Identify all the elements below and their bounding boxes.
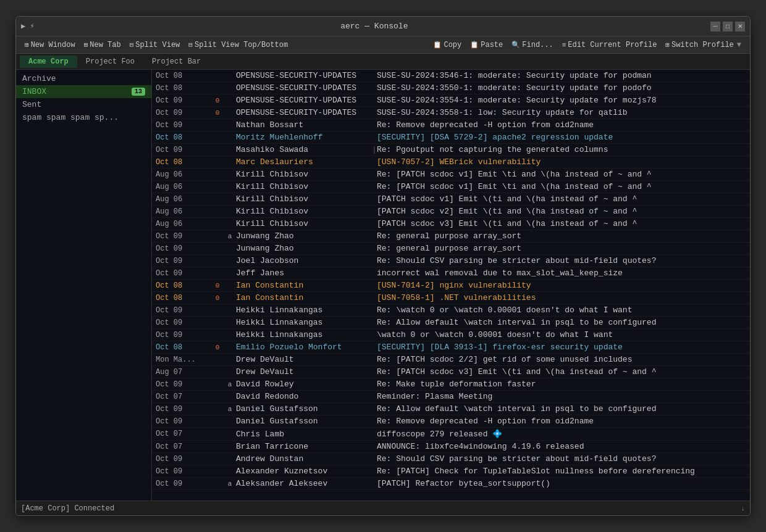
paste-icon: 📋 (470, 41, 479, 49)
sidebar-item-sent[interactable]: Sent (16, 98, 151, 111)
main-content: Archive INBOX 13 Sent spam spam spam sp.… (16, 70, 750, 501)
email-subject: SUSE-SU-2024:3558-1: low: Security updat… (377, 108, 746, 117)
email-subject: Re: Make tuple deformation faster (377, 380, 746, 389)
email-date: Oct 09 (156, 467, 211, 476)
email-row[interactable]: Oct 08 0 Ian Constantin [USN-7058-1] .NE… (152, 292, 750, 304)
email-row[interactable]: Oct 07 Brian Tarricone ANNOUNCE: libxfce… (152, 441, 750, 453)
window-controls: ─ □ ✕ (710, 22, 745, 31)
email-row[interactable]: Oct 08 OPENSUSE-SECURITY-UPDATES SUSE-SU… (152, 82, 750, 94)
email-row[interactable]: Oct 09 Joel Jacobson Re: Should CSV pars… (152, 255, 750, 267)
new-tab-menu[interactable]: ⊞ New Tab (80, 39, 125, 51)
email-date: Oct 09 (156, 405, 211, 414)
email-row[interactable]: Oct 09 Masahiko Sawada | Re: Pgoutput no… (152, 144, 750, 156)
email-sender: Drew DeVault (236, 367, 372, 376)
email-row[interactable]: Aug 06 Kirill Chibisov Re: [PATCH scdoc … (152, 168, 750, 181)
email-date: Oct 09 (156, 455, 211, 463)
email-date: Oct 09 (156, 232, 211, 241)
email-row[interactable]: Aug 06 Kirill Chibisov Re: [PATCH scdoc … (152, 181, 750, 193)
email-row[interactable]: Aug 06 Kirill Chibisov [PATCH scdoc v1] … (152, 193, 750, 206)
email-row[interactable]: Oct 09 Alexander Kuznetsov Re: [PATCH] C… (152, 465, 750, 478)
split-view-icon: ⊟ (130, 41, 134, 49)
email-subject: [PATCH scdoc v2] Emit \(ti and \(ha inst… (377, 207, 746, 216)
email-row[interactable]: Oct 09 Andrew Dunstan Re: Should CSV par… (152, 453, 750, 465)
email-row[interactable]: Oct 09 a David Rowley Re: Make tuple def… (152, 378, 750, 391)
email-subject: [PATCH scdoc v3] Emit \(ti and \(ha inst… (377, 219, 746, 228)
split-view-menu[interactable]: ⊟ Split View (126, 39, 184, 51)
switch-profile-icon: ⊞ (665, 41, 670, 49)
email-row[interactable]: Oct 09 Daniel Gustafsson Re: Remove depr… (152, 415, 750, 428)
email-flag: 0 (211, 294, 224, 302)
copy-icon: 📋 (433, 41, 442, 49)
email-row[interactable]: Oct 07 David Redondo Reminder: Plasma Me… (152, 391, 750, 403)
email-date: Oct 09 (156, 257, 211, 265)
email-row[interactable]: Oct 09 Jeff Janes incorrect wal removal … (152, 267, 750, 280)
email-row[interactable]: Oct 07 Chris Lamb diffoscope 279 release… (152, 428, 750, 441)
email-sender: Drew DeVault (236, 355, 372, 364)
maximize-button[interactable]: □ (723, 22, 733, 31)
email-row[interactable]: Oct 09 Nathan Bossart Re: Remove depreca… (152, 119, 750, 131)
email-row[interactable]: Aug 06 Kirill Chibisov [PATCH scdoc v3] … (152, 218, 750, 230)
email-row[interactable]: Oct 09 a Daniel Gustafsson Re: Allow def… (152, 403, 750, 415)
split-view-tb-menu[interactable]: ⊟ Split View Top/Bottom (185, 39, 292, 51)
email-row[interactable]: Oct 09 Junwang Zhao Re: general purpose … (152, 243, 750, 255)
tab-acme-corp[interactable]: Acme Corp (20, 56, 77, 68)
email-row[interactable]: Aug 06 Kirill Chibisov [PATCH scdoc v2] … (152, 206, 750, 218)
email-row[interactable]: Oct 08 Marc Deslauriers [USN-7057-2] WEB… (152, 156, 750, 168)
email-date: Oct 07 (156, 430, 211, 438)
close-button[interactable]: ✕ (735, 22, 745, 31)
email-row[interactable]: Oct 08 OPENSUSE-SECURITY-UPDATES SUSE-SU… (152, 70, 750, 82)
email-sender: Brian Tarricone (236, 442, 372, 451)
split-view-tb-icon: ⊟ (188, 41, 193, 49)
find-menu[interactable]: 🔍 Find... (508, 39, 557, 51)
sidebar-item-inbox[interactable]: INBOX 13 (16, 85, 151, 98)
email-date: Oct 09 (156, 318, 211, 327)
tab-project-foo[interactable]: Project Foo (77, 56, 143, 68)
switch-profile-menu[interactable]: ⊞ Switch Profile ▼ (662, 39, 745, 51)
email-sender: Heikki Linnakangas (236, 330, 372, 339)
new-tab-icon: ⊞ (84, 41, 88, 49)
email-row[interactable]: Oct 09 Heikki Linnakangas \watch 0 or \w… (152, 329, 750, 341)
email-subject: Re: Allow default \watch interval in psq… (377, 404, 746, 414)
email-list[interactable]: Oct 08 OPENSUSE-SECURITY-UPDATES SUSE-SU… (152, 70, 750, 501)
minimize-button[interactable]: ─ (710, 22, 720, 31)
email-date: Oct 08 (156, 343, 211, 352)
email-subject: Re: [PATCH scdoc v3] Emit \(ti and \(ha … (377, 367, 746, 376)
email-row[interactable]: Oct 08 Moritz Muehlenhoff [SECURITY] [DS… (152, 131, 750, 144)
email-row[interactable]: Mon Ma... Drew DeVault Re: [PATCH scdoc … (152, 354, 750, 366)
email-subject: diffoscope 279 released 💠 (377, 429, 746, 439)
email-subject: Re: [PATCH scdoc 2/2] get rid of some un… (377, 355, 746, 364)
title-bar: ▶ ⚡ aerc — Konsole ─ □ ✕ (16, 17, 750, 36)
email-sender: Nathan Bossart (236, 120, 372, 130)
email-sender: Junwang Zhao (236, 244, 372, 253)
email-row[interactable]: Oct 09 a Aleksander Alekseev [PATCH] Ref… (152, 478, 750, 490)
email-date: Oct 08 (156, 133, 211, 142)
email-sender: OPENSUSE-SECURITY-UPDATES (236, 96, 372, 105)
paste-menu[interactable]: 📋 Paste (466, 39, 507, 51)
email-subject: [PATCH scdoc v1] Emit \(ti and \(ha inst… (377, 194, 746, 204)
email-subject: [USN-7058-1] .NET vulnerabilities (377, 293, 746, 302)
email-date: Oct 09 (156, 96, 211, 105)
email-row[interactable]: Oct 09 a Junwang Zhao Re: general purpos… (152, 230, 750, 243)
email-row[interactable]: Aug 07 Drew DeVault Re: [PATCH scdoc v3]… (152, 366, 750, 378)
sidebar-item-archive[interactable]: Archive (16, 72, 151, 85)
edit-profile-menu[interactable]: ≡ Edit Current Profile (558, 39, 661, 51)
email-subject: [SECURITY] [DSA 5729-2] apache2 regressi… (377, 133, 746, 142)
tab-project-bar[interactable]: Project Bar (143, 56, 209, 68)
email-date: Aug 06 (156, 220, 211, 228)
email-date: Oct 09 (156, 146, 211, 154)
email-subject: Re: Should CSV parsing be stricter about… (377, 256, 746, 265)
email-row[interactable]: Oct 09 Heikki Linnakangas Re: Allow defa… (152, 317, 750, 329)
email-row[interactable]: Oct 09 Heikki Linnakangas Re: \watch 0 o… (152, 304, 750, 317)
new-window-menu[interactable]: ⊞ New Window (21, 39, 79, 51)
email-date: Oct 09 (156, 306, 211, 315)
sidebar-item-spam[interactable]: spam spam spam sp... (16, 111, 151, 124)
email-subject: ANNOUNCE: libxfce4windowing 4.19.6 relea… (377, 442, 746, 451)
email-date: Oct 09 (156, 269, 211, 278)
email-row[interactable]: Oct 08 0 Emilio Pozuelo Monfort [SECURIT… (152, 341, 750, 354)
copy-menu[interactable]: 📋 Copy (429, 39, 465, 51)
email-row[interactable]: Oct 08 0 Ian Constantin [USN-7014-2] ngi… (152, 280, 750, 292)
email-row[interactable]: Oct 09 0 OPENSUSE-SECURITY-UPDATES SUSE-… (152, 107, 750, 119)
email-subject: [PATCH] Refactor bytea_sortsupport() (377, 479, 746, 488)
email-row[interactable]: Oct 09 0 OPENSUSE-SECURITY-UPDATES SUSE-… (152, 94, 750, 107)
email-sender: David Redondo (236, 392, 372, 401)
